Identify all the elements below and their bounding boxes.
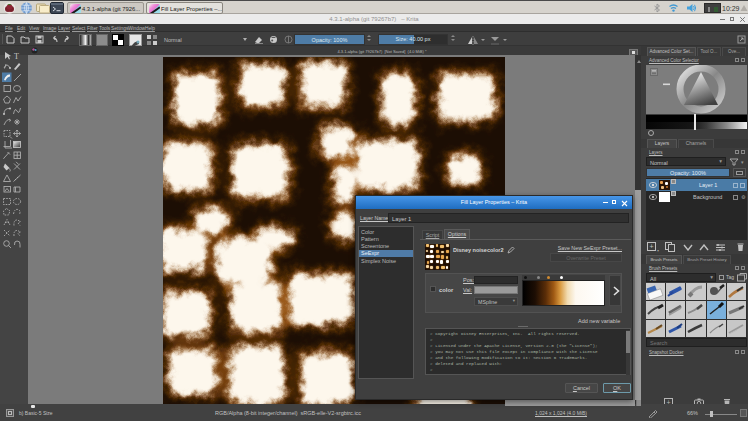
svg-text:T: T xyxy=(14,52,19,61)
